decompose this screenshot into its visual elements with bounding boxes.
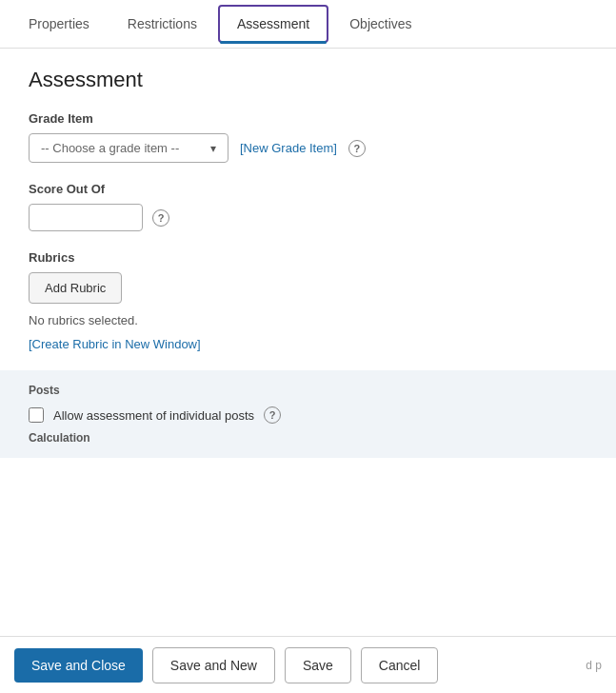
save-button[interactable]: Save <box>285 647 351 683</box>
score-help-icon[interactable]: ? <box>152 209 169 227</box>
no-rubrics-text: No rubrics selected. <box>29 313 587 327</box>
allow-assessment-row: Allow assessment of individual posts ? <box>29 406 587 424</box>
tab-bar: Properties Restrictions Assessment Objec… <box>0 0 616 49</box>
cancel-button[interactable]: Cancel <box>361 647 439 683</box>
footer: Save and Close Save and New Save Cancel … <box>0 636 616 693</box>
score-row: ? <box>29 204 587 231</box>
calculation-label: Calculation <box>29 431 587 445</box>
rubrics-section: Rubrics Add Rubric No rubrics selected. … <box>29 250 587 351</box>
tab-properties[interactable]: Properties <box>10 0 109 48</box>
tab-objectives[interactable]: Objectives <box>330 0 430 48</box>
grade-item-row: -- Choose a grade item -- ▾ [New Grade I… <box>29 133 587 163</box>
grade-item-select[interactable]: -- Choose a grade item -- ▾ <box>29 133 229 163</box>
posts-section: Posts Allow assessment of individual pos… <box>0 370 616 458</box>
main-content: Assessment Grade Item -- Choose a grade … <box>0 49 616 627</box>
score-out-of-label: Score Out Of <box>29 182 587 196</box>
page-title: Assessment <box>29 68 587 92</box>
rubrics-label: Rubrics <box>29 250 587 265</box>
score-input[interactable] <box>29 204 143 231</box>
grade-item-label: Grade Item <box>29 111 587 126</box>
save-new-button[interactable]: Save and New <box>152 647 275 683</box>
chevron-down-icon: ▾ <box>210 142 216 155</box>
grade-item-group: Grade Item -- Choose a grade item -- ▾ [… <box>29 111 587 163</box>
tab-assessment[interactable]: Assessment <box>218 5 328 43</box>
save-close-button[interactable]: Save and Close <box>14 648 143 683</box>
grade-item-help-icon[interactable]: ? <box>348 140 366 157</box>
create-rubric-link[interactable]: [Create Rubric in New Window] <box>29 337 587 351</box>
allow-assessment-label: Allow assessment of individual posts <box>53 408 254 423</box>
allow-assessment-checkbox[interactable] <box>29 407 44 423</box>
add-rubric-button[interactable]: Add Rubric <box>29 272 122 304</box>
grade-select-placeholder: -- Choose a grade item -- <box>41 141 179 155</box>
footer-right-text: d p <box>586 659 602 672</box>
tab-restrictions[interactable]: Restrictions <box>109 0 216 48</box>
score-out-of-group: Score Out Of ? <box>29 182 587 231</box>
posts-label: Posts <box>29 384 587 397</box>
new-grade-item-link[interactable]: [New Grade Item] <box>240 141 337 155</box>
posts-help-icon[interactable]: ? <box>264 406 281 424</box>
